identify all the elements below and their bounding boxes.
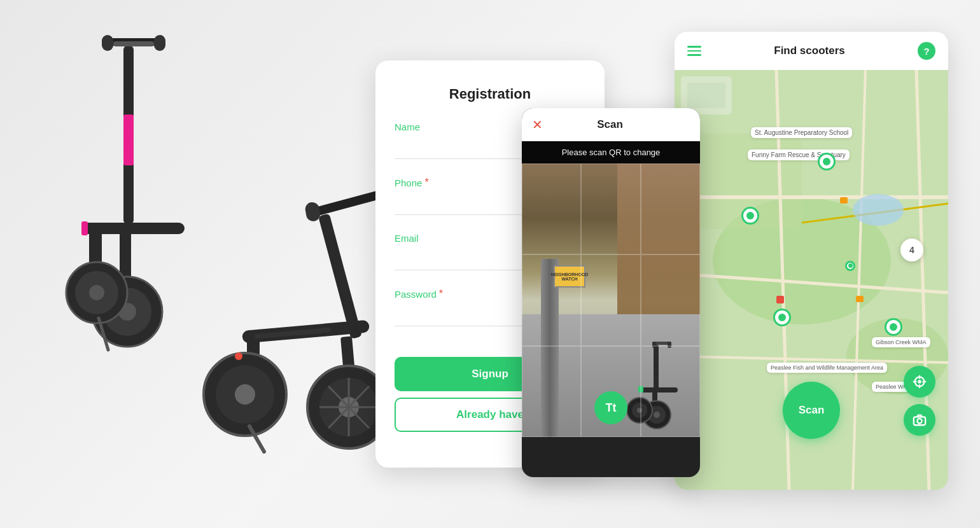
password-required: * bbox=[439, 288, 443, 300]
phone-required: * bbox=[424, 177, 428, 188]
map-marker-yellow-2 bbox=[856, 296, 864, 302]
svg-rect-5 bbox=[113, 41, 154, 46]
map-small-marker bbox=[845, 261, 855, 271]
svg-rect-2 bbox=[154, 35, 165, 51]
map-marker-yellow-1 bbox=[840, 197, 848, 204]
menu-line-2 bbox=[687, 50, 701, 52]
svg-point-35 bbox=[235, 352, 242, 360]
scan-title: Scan bbox=[597, 118, 623, 131]
grid-cell-9 bbox=[641, 346, 700, 437]
menu-button[interactable] bbox=[687, 46, 701, 56]
svg-rect-18 bbox=[304, 201, 321, 222]
map-cluster-1: 4 bbox=[900, 239, 923, 261]
camera-icon bbox=[913, 413, 927, 427]
map-marker-4 bbox=[885, 318, 902, 336]
svg-point-71 bbox=[917, 419, 921, 423]
scan-button[interactable]: Scan bbox=[783, 382, 840, 439]
location-icon bbox=[913, 375, 927, 389]
svg-point-29 bbox=[235, 384, 255, 405]
scooter-image-1 bbox=[64, 19, 204, 388]
location-button[interactable] bbox=[904, 366, 935, 398]
svg-rect-4 bbox=[123, 115, 134, 165]
grid-cell-1 bbox=[522, 163, 581, 254]
map-header: Find scooters ? bbox=[675, 32, 948, 70]
scan-hint: Please scan QR to change bbox=[522, 141, 700, 163]
svg-rect-16 bbox=[81, 221, 88, 235]
scan-camera-view: NEIGHBORHOOD WATCH Tt bbox=[522, 163, 700, 437]
grid-cell-5 bbox=[581, 254, 640, 345]
menu-line-1 bbox=[687, 46, 701, 48]
map-title: Find scooters bbox=[774, 45, 844, 57]
camera-button[interactable] bbox=[904, 404, 935, 436]
map-marker-1 bbox=[818, 153, 836, 170]
grid-cell-7 bbox=[522, 346, 581, 437]
map-marker-3 bbox=[773, 309, 791, 326]
svg-rect-62 bbox=[687, 83, 725, 108]
grid-cell-6 bbox=[641, 254, 700, 345]
svg-point-14 bbox=[89, 285, 104, 300]
scan-close-button[interactable]: ✕ bbox=[532, 117, 543, 132]
svg-point-63 bbox=[853, 194, 904, 226]
map-marker-red-1 bbox=[776, 296, 784, 303]
place-label-5: Gibson Creek WMA bbox=[872, 337, 930, 347]
svg-rect-20 bbox=[318, 213, 362, 339]
grid-cell-3 bbox=[641, 163, 700, 254]
scan-header: ✕ Scan bbox=[522, 108, 700, 141]
place-label-3: Peaslee Fish and Wildlife Management Are… bbox=[767, 363, 887, 373]
place-label-1: St. Augustine Preparatory School bbox=[751, 127, 852, 138]
map-area[interactable]: St. Augustine Preparatory School Funny F… bbox=[675, 70, 948, 490]
grid-cell-2 bbox=[581, 163, 640, 254]
font-size-button[interactable]: Tt bbox=[594, 391, 627, 424]
map-marker-2 bbox=[741, 207, 759, 225]
svg-rect-1 bbox=[102, 35, 113, 51]
map-small-marker-dot bbox=[848, 263, 853, 268]
svg-point-64 bbox=[918, 380, 921, 384]
menu-line-3 bbox=[687, 54, 701, 56]
grid-cell-4 bbox=[522, 254, 581, 345]
scan-screen: ✕ Scan Please scan QR to change bbox=[522, 108, 700, 477]
map-screen: Find scooters ? St. bbox=[675, 32, 948, 490]
help-button[interactable]: ? bbox=[918, 42, 935, 60]
